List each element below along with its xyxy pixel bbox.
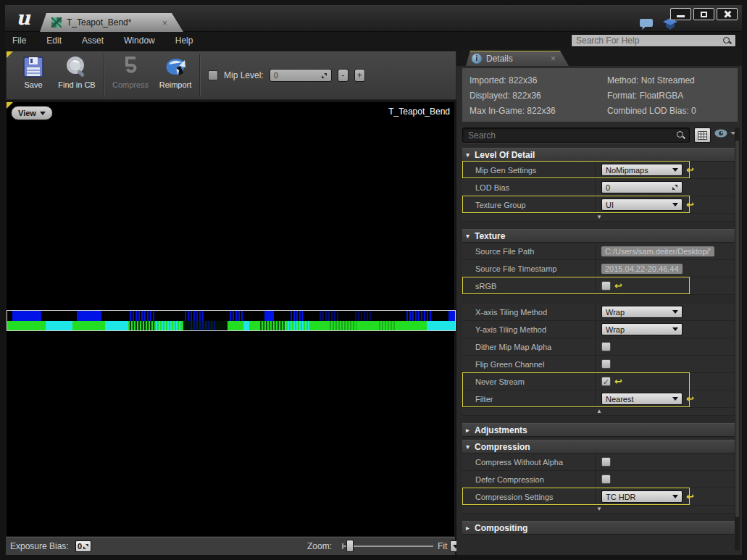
- menu-item-help[interactable]: Help: [165, 32, 204, 49]
- reset-to-default-icon[interactable]: ↩: [686, 492, 694, 501]
- property-row-source-file-timestamp: Source File Timestamp2015.04.22-20.46.44: [462, 260, 736, 277]
- compression-settings-dropdown[interactable]: TC HDR: [601, 490, 683, 503]
- feedback-chat-icon[interactable]: [639, 17, 655, 30]
- section-header-texture[interactable]: ▾Texture: [462, 229, 736, 243]
- zoom-slider-track[interactable]: [342, 546, 433, 547]
- spinner-drag-icon: [321, 72, 327, 79]
- menu-item-edit[interactable]: Edit: [36, 32, 72, 49]
- property-label: Source File Path: [475, 247, 534, 256]
- details-tab-close-icon[interactable]: ×: [551, 54, 556, 64]
- help-search-input[interactable]: [572, 35, 723, 46]
- property-row-y-axis-tiling-method: Y-axis Tiling MethodWrap: [462, 321, 736, 338]
- expander-arrow-icon: ▸: [466, 524, 475, 532]
- reimport-button[interactable]: Reimport: [153, 56, 198, 96]
- chevron-down-icon: [40, 112, 46, 115]
- spinner-drag-icon: [672, 184, 678, 191]
- view-options-button[interactable]: [714, 129, 736, 138]
- zoom-slider-handle[interactable]: [346, 540, 354, 552]
- find-in-cb-button[interactable]: Find in CB: [54, 56, 99, 96]
- maximize-button[interactable]: [693, 8, 714, 20]
- view-dropdown-button[interactable]: View: [11, 106, 53, 120]
- texture-segment: [243, 321, 250, 331]
- texture-group-dropdown[interactable]: UI: [601, 198, 683, 211]
- texture-segment: [12, 311, 41, 321]
- property-row-dither-mip-map-alpha: Dither Mip Map Alpha: [462, 338, 736, 356]
- dropdown-value: UI: [606, 201, 614, 209]
- scrollbar-thumb[interactable]: [735, 141, 739, 517]
- reset-to-default-icon[interactable]: ↩: [686, 165, 694, 175]
- chevron-down-icon: [672, 397, 678, 401]
- defer-compression-checkbox[interactable]: [601, 475, 611, 484]
- tab-close-icon[interactable]: ×: [162, 18, 167, 28]
- exposure-bias-spinner[interactable]: 0: [75, 540, 91, 552]
- info-left-value: Imported: 822x36: [470, 75, 607, 85]
- reset-to-default-icon[interactable]: ↩: [614, 281, 622, 291]
- minimize-button[interactable]: [670, 8, 691, 20]
- asset-tab[interactable]: T_Teapot_Bend* ×: [40, 13, 183, 32]
- property-value: [601, 359, 733, 369]
- property-label: Y-axis Tiling Method: [475, 325, 546, 334]
- menu-item-file[interactable]: File: [5, 32, 36, 49]
- section-header-adjustments[interactable]: ▸Adjustments: [462, 423, 736, 437]
- lod-bias-spinner[interactable]: 0: [601, 181, 683, 193]
- mip-plus-button[interactable]: +: [354, 69, 365, 82]
- texture-segment: [260, 321, 285, 331]
- details-tab[interactable]: i Details ×: [466, 51, 569, 66]
- reset-to-default-icon[interactable]: ↩: [686, 200, 694, 209]
- section-header-compositing[interactable]: ▸Compositing: [462, 521, 736, 535]
- help-search-box[interactable]: [571, 34, 736, 47]
- close-button[interactable]: [717, 8, 738, 20]
- dither-mip-map-alpha-checkbox[interactable]: [601, 342, 611, 351]
- advanced-expander-down[interactable]: ▼: [462, 214, 736, 222]
- property-label: Source File Timestamp: [475, 264, 556, 273]
- info-right-value: Format: FloatRGBA: [607, 91, 683, 101]
- menu-item-asset[interactable]: Asset: [72, 32, 114, 49]
- dropdown-value: Wrap: [606, 308, 625, 317]
- property-row-source-file-path: Source File PathC:/Users/sam.deiter/Desk…: [462, 243, 736, 260]
- property-matrix-button[interactable]: [694, 128, 711, 143]
- spinner-value: 0: [606, 183, 610, 192]
- advanced-expander-down[interactable]: ▼: [462, 506, 736, 514]
- y-axis-tiling-method-dropdown[interactable]: Wrap: [601, 323, 683, 335]
- property-row-mip-gen-settings: Mip Gen SettingsNoMipmaps↩: [462, 162, 736, 179]
- mip-level-spinner[interactable]: 0: [270, 69, 332, 82]
- reset-to-default-icon[interactable]: ↩: [614, 377, 622, 386]
- info-left-value: Max In-Game: 822x36: [470, 106, 607, 116]
- srgb-checkbox[interactable]: [601, 281, 611, 291]
- details-tab-label: Details: [486, 54, 513, 64]
- mip-gen-settings-dropdown[interactable]: NoMipmaps: [601, 164, 683, 176]
- advanced-expander-up[interactable]: ▲: [462, 408, 736, 416]
- chevron-down-icon: [672, 203, 678, 206]
- info-row: Displayed: 822x36Format: FloatRGBA: [470, 88, 730, 103]
- mip-minus-button[interactable]: -: [338, 69, 349, 82]
- section-title: Level Of Detail: [475, 150, 535, 160]
- never-stream-checkbox[interactable]: ✓: [601, 377, 611, 386]
- details-search-box[interactable]: [462, 128, 690, 143]
- section-header-compression[interactable]: ▾Compression: [462, 440, 736, 454]
- menu-item-window[interactable]: Window: [114, 32, 165, 49]
- panel-corner-flag: [7, 51, 13, 58]
- property-value: UI↩: [601, 198, 733, 211]
- save-button[interactable]: Save: [11, 56, 56, 96]
- close-icon: [723, 10, 731, 18]
- expander-arrow-icon: ▸: [466, 426, 475, 434]
- dropdown-value: TC HDR: [606, 493, 636, 501]
- property-label: Filter: [475, 395, 493, 404]
- mip-level-checkbox[interactable]: [208, 70, 218, 80]
- details-scrollbar[interactable]: [735, 128, 740, 551]
- texture-segment: [156, 321, 182, 331]
- compress-without-alpha-checkbox[interactable]: [601, 457, 611, 467]
- texture-viewport[interactable]: View T_Teapot_Bend: [6, 101, 455, 537]
- reset-to-default-icon[interactable]: ↩: [686, 394, 694, 404]
- section-header-level-of-detail[interactable]: ▾Level Of Detail: [462, 148, 736, 162]
- exposure-bias-value: 0: [78, 542, 82, 551]
- x-axis-tiling-method-dropdown[interactable]: Wrap: [601, 306, 683, 318]
- find-in-cb-label: Find in CB: [58, 80, 95, 89]
- texture-segment: [46, 321, 72, 331]
- info-left-value: Displayed: 822x36: [470, 91, 607, 101]
- texture-strip-top-row: [7, 311, 455, 321]
- flip-green-channel-checkbox[interactable]: [601, 359, 611, 369]
- details-search-input[interactable]: [463, 130, 677, 141]
- filter-dropdown[interactable]: Nearest: [601, 393, 683, 405]
- texture-thumbnail-icon: [51, 17, 62, 28]
